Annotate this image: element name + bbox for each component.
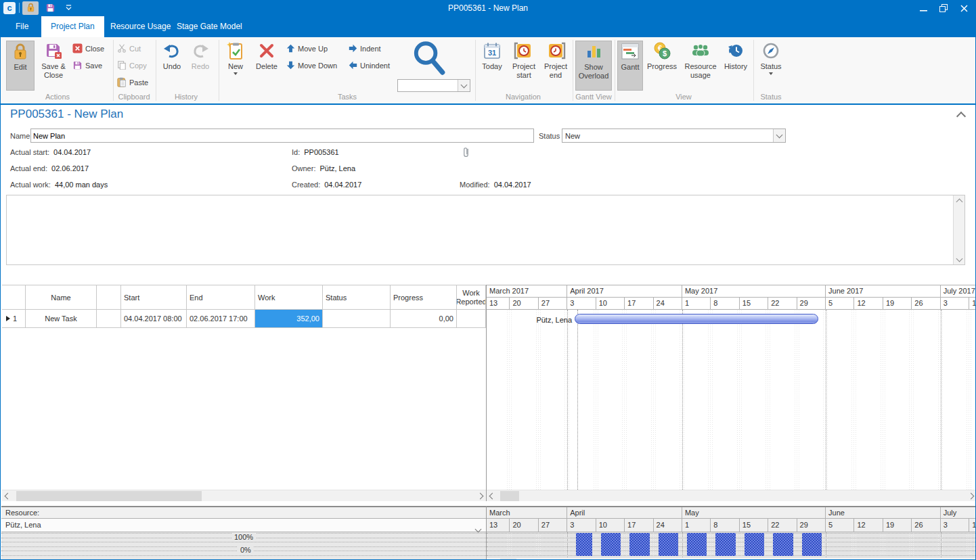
gantt-week-stripe — [593, 310, 600, 490]
table-scrollbar-thumb[interactable] — [16, 491, 202, 501]
save-and-close-button[interactable]: Save & Close — [37, 41, 70, 91]
move-up-button[interactable]: Move Up — [286, 43, 328, 55]
histogram-week-header: 3 — [567, 519, 596, 532]
collapse-form-button[interactable] — [958, 111, 964, 121]
indent-button[interactable]: Indent — [349, 43, 381, 55]
resource-combobox[interactable]: Pütz, Lena — [1, 519, 486, 532]
cell-indicator[interactable] — [97, 310, 121, 328]
resource-value: Pütz, Lena — [5, 521, 41, 529]
column-header-progress[interactable]: Progress — [391, 285, 457, 310]
tab-stage-gate-model[interactable]: Stage Gate Model — [167, 16, 252, 37]
scroll-left-arrow[interactable] — [2, 490, 14, 502]
project-start-line — [577, 310, 578, 490]
new-task-button[interactable]: New — [223, 41, 248, 91]
histogram-month-header-row: MarchAprilMayJuneJuly — [487, 507, 976, 519]
tab-file[interactable]: File — [6, 16, 38, 37]
redo-button[interactable]: Redo — [187, 41, 213, 91]
scroll-down-arrow[interactable] — [954, 254, 964, 262]
gantt-scrollbar-thumb[interactable] — [500, 491, 519, 501]
history-view-button[interactable]: History — [721, 41, 751, 91]
histogram-horizontal-scrollbar[interactable] — [487, 557, 976, 560]
column-header-name[interactable]: Name — [26, 285, 97, 310]
gantt-task-bar[interactable] — [575, 314, 818, 324]
resource-usage-button[interactable]: Resource usage — [682, 41, 719, 91]
gantt-horizontal-scrollbar[interactable] — [487, 490, 976, 501]
status-value: New — [562, 132, 773, 140]
actual-start-field: Actual start: 04.04.2017 — [10, 148, 91, 156]
status-button[interactable]: Status — [756, 41, 786, 91]
column-header-start[interactable]: Start — [121, 285, 187, 310]
delete-task-button[interactable]: Delete — [252, 41, 281, 91]
row-selector-header — [2, 285, 26, 310]
histogram-week-header: 20 — [510, 519, 538, 532]
gantt-week-header: 27 — [539, 298, 567, 310]
column-header-work[interactable]: Work — [255, 285, 323, 310]
close-button[interactable]: Close — [72, 43, 104, 55]
gantt-week-stripe — [851, 310, 858, 490]
project-end-button[interactable]: Project end — [541, 41, 571, 91]
scroll-left-arrow[interactable] — [487, 490, 498, 501]
save-icon — [72, 60, 83, 72]
show-overload-button[interactable]: Show Overload — [575, 41, 612, 91]
column-header-end[interactable]: End — [187, 285, 255, 310]
scroll-right-arrow[interactable] — [965, 490, 976, 501]
application-window: c PP005361 - New Plan File Project Plan … — [0, 0, 976, 560]
search-icon[interactable] — [411, 39, 446, 78]
name-input[interactable] — [30, 129, 534, 143]
arrow-up-icon — [286, 44, 295, 54]
unindent-button[interactable]: Unindent — [349, 60, 390, 72]
edit-button[interactable]: Edit — [6, 41, 35, 91]
paste-button[interactable]: Paste — [117, 76, 148, 89]
cell-work-reported[interactable] — [457, 310, 486, 328]
task-table: Name Start End Work Status Progress Work… — [2, 285, 486, 501]
today-button[interactable]: 31 Today — [479, 41, 506, 91]
copy-button[interactable]: Copy — [117, 60, 147, 72]
arrow-down-icon — [286, 61, 295, 71]
task-search-dropdown-button[interactable] — [458, 80, 470, 91]
cut-button[interactable]: Cut — [117, 43, 141, 55]
axis-label-0: 0% — [238, 546, 254, 554]
gantt-month-header-row: March 2017April 2017May 2017June 2017Jul… — [487, 285, 976, 298]
gantt-week-stripe — [707, 310, 714, 490]
notes-vertical-scrollbar[interactable] — [953, 195, 964, 264]
status-label: Status — [539, 132, 560, 140]
cell-work[interactable]: 352,00 — [255, 310, 323, 328]
gantt-week-header: 10 — [969, 298, 976, 310]
arrow-right-icon — [349, 44, 357, 54]
undo-button[interactable]: Undo — [159, 41, 185, 91]
minimize-button[interactable] — [913, 0, 933, 16]
cell-end[interactable]: 02.06.2017 17:00 — [187, 310, 255, 328]
cell-start[interactable]: 04.04.2017 08:00 — [121, 310, 187, 328]
column-header-indicator[interactable] — [97, 285, 121, 310]
svg-text:31: 31 — [488, 49, 496, 57]
save-button[interactable]: Save — [72, 60, 102, 72]
project-start-button[interactable]: Project start — [508, 41, 539, 91]
task-search-combobox[interactable] — [397, 79, 470, 92]
cell-progress[interactable]: 0,00 — [391, 310, 457, 328]
status-combobox[interactable]: New — [562, 129, 786, 143]
group-separator — [573, 40, 573, 101]
column-header-status[interactable]: Status — [323, 285, 391, 310]
move-down-button[interactable]: Move Down — [286, 60, 337, 72]
row-header[interactable]: 1 — [2, 310, 26, 328]
column-header-work-reported[interactable]: Work Reported — [457, 285, 486, 310]
cell-status[interactable] — [323, 310, 391, 328]
close-window-button[interactable] — [954, 0, 974, 16]
scroll-right-arrow[interactable] — [474, 490, 486, 502]
restore-button[interactable] — [933, 0, 954, 16]
notes-textarea[interactable] — [6, 195, 965, 265]
attachment-paperclip-icon[interactable] — [462, 146, 470, 160]
tab-project-plan[interactable]: Project Plan — [41, 16, 104, 37]
gantt-month-separator — [941, 310, 941, 490]
histogram-month-header: March — [487, 507, 567, 519]
gantt-month-separator — [682, 310, 683, 490]
table-horizontal-scrollbar[interactable] — [2, 490, 486, 501]
gantt-view-button[interactable]: Gantt — [617, 41, 643, 91]
history-clock-icon — [728, 41, 744, 61]
status-dropdown-caret — [769, 72, 773, 75]
status-dropdown-button[interactable] — [773, 129, 785, 142]
scroll-up-arrow[interactable] — [954, 197, 964, 206]
delete-icon — [259, 41, 275, 61]
progress-button[interactable]: €$ Progress — [644, 41, 680, 91]
cell-name[interactable]: New Task — [26, 310, 97, 328]
